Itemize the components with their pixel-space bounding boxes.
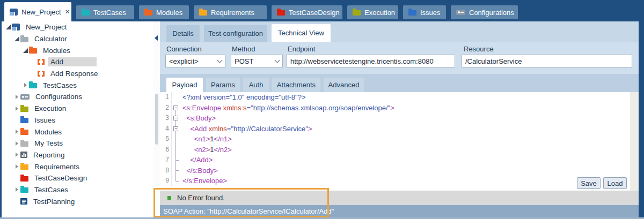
folder-icon <box>277 10 285 16</box>
line-number: 7 <box>160 155 172 165</box>
tree-item-testcases[interactable]: TestCases <box>2 184 153 196</box>
fold-toggle-icon[interactable] <box>172 113 180 124</box>
fold-guide <box>172 165 180 176</box>
code-line-9: 9</s:Envelope> <box>160 176 639 186</box>
tree-item-modules[interactable]: Modules <box>2 44 153 56</box>
document-tab-bar: New_Project✕TestCasesModulesRequirements… <box>4 0 518 21</box>
method-label: Method <box>232 45 255 53</box>
tree-scrollbar[interactable] <box>155 94 158 145</box>
tab-label: Modules <box>156 9 182 17</box>
module-icon <box>38 70 45 77</box>
method-dropdown[interactable]: POST <box>231 55 283 67</box>
folder-icon <box>20 130 28 135</box>
document-tab-configurations[interactable]: Configurations <box>451 5 518 19</box>
line-number: 2 <box>160 103 172 114</box>
project-icon <box>10 9 18 16</box>
tree-item-configurations[interactable]: Configurations <box>2 91 153 103</box>
document-tab-testcasedesign[interactable]: TestCaseDesign <box>272 5 342 19</box>
expand-arrow-icon[interactable] <box>21 83 29 87</box>
collapse-arrow-icon[interactable] <box>4 25 12 29</box>
line-number: 6 <box>160 145 172 155</box>
expand-arrow-icon[interactable] <box>13 164 20 169</box>
close-tab-icon[interactable]: ✕ <box>65 9 70 15</box>
resource-input[interactable]: /CalculatorService <box>462 55 632 67</box>
endpoint-value: http://webservicetestengine.tricentis.co… <box>290 57 434 65</box>
status-ok-icon <box>167 196 171 200</box>
code-line-7: 7 </Add> <box>160 155 639 165</box>
tree-item-label: Issues <box>32 116 58 125</box>
code-scrollbar[interactable] <box>630 92 639 191</box>
document-tab-new-project[interactable]: New_Project✕ <box>4 2 71 21</box>
tree-item-label: TestCases <box>40 81 79 90</box>
save-button[interactable]: Save <box>577 177 601 189</box>
folder-icon <box>29 83 37 88</box>
tree-splitter[interactable] <box>153 21 160 217</box>
payload-tab-params[interactable]: Params <box>206 78 240 92</box>
expand-arrow-icon[interactable] <box>13 153 20 157</box>
tree-item-requirements[interactable]: Requirements <box>2 161 153 172</box>
fold-guide <box>172 155 180 165</box>
payload-tab-row: PayloadParamsAuthAttachmentsAdvanced <box>160 74 639 92</box>
fold-toggle-icon[interactable] <box>172 103 180 114</box>
code-line-6: 6 <n2>1</n2> <box>160 145 639 155</box>
document-tab-modules[interactable]: Modules <box>139 5 189 19</box>
payload-tab-attachments[interactable]: Attachments <box>272 78 320 92</box>
document-tab-requirements[interactable]: Requirements <box>194 5 267 19</box>
collapse-arrow-icon[interactable] <box>13 36 20 41</box>
editor-tab-technical-view[interactable]: Technical View <box>272 24 331 42</box>
fold-toggle-icon[interactable] <box>172 124 180 134</box>
tree-item-label: Calculator <box>32 34 70 43</box>
tree-item-issues[interactable]: Issues <box>2 115 153 126</box>
project-tree: New_ProjectCalculatorModulesAddAdd Respo… <box>2 21 153 217</box>
editor-tab-details[interactable]: Details <box>166 25 200 42</box>
payload-tab-advanced[interactable]: Advanced <box>324 78 364 92</box>
code-buttons: Save Load <box>577 177 627 189</box>
project-icon <box>12 24 20 31</box>
document-tab-execution[interactable]: Execution <box>347 5 398 19</box>
document-tab-testcases[interactable]: TestCases <box>76 5 134 19</box>
tree-item-testcases[interactable]: TestCases <box>2 79 153 91</box>
tree-item-testplanning[interactable]: TestPlanning <box>2 195 153 207</box>
editor-tab-test-configuration[interactable]: Test configuration <box>204 25 267 42</box>
tree-item-label: Reporting <box>31 150 68 160</box>
folder-icon <box>20 141 28 147</box>
tree-item-modules[interactable]: Modules <box>2 126 153 138</box>
code-line-1: 1<?xml version="1.0" encoding="utf-8"?> <box>160 92 639 103</box>
folder-icon <box>20 118 28 123</box>
tree-item-add[interactable]: Add <box>2 56 153 68</box>
load-button[interactable]: Load <box>603 177 627 189</box>
tree-item-add-response[interactable]: Add Response <box>2 68 153 80</box>
configurations-connector-icon <box>456 10 465 15</box>
expand-arrow-icon[interactable] <box>13 95 20 99</box>
tree-item-testcasedesign[interactable]: TestCaseDesign <box>2 172 153 184</box>
tree-item-new-project[interactable]: New_Project <box>2 21 153 33</box>
request-settings-form: Connection<explicit>MethodPOSTEndpointht… <box>160 42 639 74</box>
line-number: 8 <box>160 165 172 176</box>
tree-item-reporting[interactable]: Reporting <box>2 149 153 161</box>
tree-item-my-tests[interactable]: My Tests <box>2 138 153 149</box>
expand-arrow-icon[interactable] <box>13 187 20 192</box>
line-number: 9 <box>160 176 172 186</box>
tree-item-label: Modules <box>40 46 73 55</box>
payload-tab-auth[interactable]: Auth <box>243 78 269 92</box>
expand-arrow-icon[interactable] <box>13 107 20 111</box>
connection-dropdown[interactable]: <explicit> <box>165 55 225 67</box>
payload-tab-payload[interactable]: Payload <box>166 78 203 92</box>
tab-label: Configurations <box>469 9 514 17</box>
folder-icon <box>20 164 28 170</box>
folder-icon <box>20 176 28 182</box>
payload-xml-editor[interactable]: 1<?xml version="1.0" encoding="utf-8"?>2… <box>160 92 639 191</box>
tab-label: Execution <box>364 9 395 17</box>
tree-item-calculator[interactable]: Calculator <box>2 33 153 45</box>
endpoint-input[interactable]: http://webservicetestengine.tricentis.co… <box>287 55 455 67</box>
connection-value: <explicit> <box>169 57 199 65</box>
expand-arrow-icon[interactable] <box>13 141 20 146</box>
collapse-tree-icon[interactable] <box>155 35 158 41</box>
tree-item-execution[interactable]: Execution <box>2 103 153 115</box>
configurations-connector-icon <box>20 94 30 100</box>
resource-label: Resource <box>464 45 494 53</box>
collapse-arrow-icon[interactable] <box>21 48 29 53</box>
fold-guide <box>172 134 180 145</box>
expand-arrow-icon[interactable] <box>13 130 20 134</box>
document-tab-issues[interactable]: Issues <box>403 5 446 19</box>
